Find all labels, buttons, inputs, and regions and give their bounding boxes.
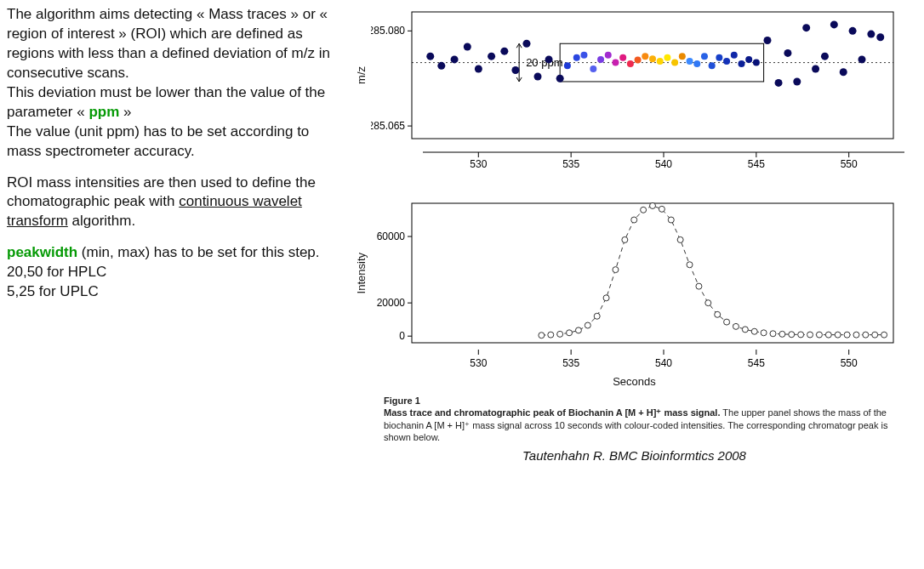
svg-point-87 [622,236,628,242]
svg-text:60000: 60000 [377,230,406,242]
svg-point-112 [853,332,859,338]
svg-point-51 [693,60,700,67]
svg-point-29 [840,68,847,76]
svg-point-42 [627,60,634,67]
svg-point-55 [723,58,730,65]
bottom-chart-xaxis: 530535540545550 [351,350,910,373]
description-panel: The algorithm aims detecting « Mass trac… [7,5,343,562]
svg-point-24 [793,77,801,85]
svg-point-79 [548,332,554,338]
text-cwt-b: algorithm. [68,213,135,229]
svg-point-45 [649,55,656,62]
svg-text:285.080: 285.080 [371,25,405,37]
svg-point-10 [437,62,445,70]
svg-point-25 [802,24,810,31]
svg-point-100 [742,327,748,333]
svg-point-93 [677,236,683,242]
xlabel: Seconds [351,375,917,388]
bottom-chart-wrap: Intensity 02000060000 [351,196,917,350]
svg-point-89 [641,207,647,213]
svg-text:20 ppm: 20 ppm [526,56,562,69]
svg-point-20 [556,75,564,83]
svg-point-58 [745,56,752,63]
svg-point-22 [775,79,783,87]
caption-title: Mass trace and chromatographic peak of B… [384,407,720,418]
svg-point-114 [872,332,878,338]
svg-point-82 [575,327,581,333]
text-close-quote: » [119,104,131,120]
top-chart-wrap: m/z 285.065285.08020 ppm [351,5,917,145]
svg-point-21 [763,37,771,44]
figure-panel: m/z 285.065285.08020 ppm 530535540545550… [343,5,917,562]
text-uplc: 5,25 for UPLC [7,283,99,299]
svg-point-23 [784,49,791,57]
svg-point-33 [876,33,884,41]
svg-point-9 [426,53,434,60]
svg-text:535: 535 [562,357,579,369]
svg-point-101 [751,328,757,334]
svg-point-111 [844,332,850,338]
svg-point-39 [605,52,612,59]
svg-point-12 [464,43,471,50]
text-peakwidth-desc: (min, max) has to be set for this step. [77,244,319,260]
svg-text:535: 535 [562,158,579,170]
svg-text:550: 550 [841,357,858,369]
svg-rect-71 [412,203,893,343]
svg-point-30 [849,27,857,35]
svg-point-48 [671,60,678,66]
svg-rect-0 [412,12,893,139]
svg-point-90 [650,202,656,208]
svg-text:530: 530 [470,158,487,170]
svg-point-46 [657,58,664,65]
svg-point-83 [585,322,590,328]
svg-point-108 [816,332,822,338]
svg-point-110 [835,332,841,338]
svg-text:550: 550 [841,158,858,170]
svg-point-52 [701,53,708,60]
svg-point-16 [511,66,519,74]
text-hplc: 20,50 for HPLC [7,264,106,280]
mass-trace-chart: 285.065285.08020 ppm [371,5,898,145]
svg-point-37 [590,65,596,72]
svg-point-105 [789,332,795,338]
svg-point-113 [863,332,869,338]
svg-point-57 [738,60,744,67]
intensity-chart: 02000060000 [371,196,898,350]
svg-text:545: 545 [748,158,765,170]
svg-point-41 [619,54,626,61]
svg-text:540: 540 [655,357,672,369]
svg-point-102 [761,330,767,336]
svg-point-94 [687,262,693,268]
text-ppm-note: The value (unit ppm) has to be set accor… [7,123,309,159]
caption-figure-num: Figure 1 [384,395,917,407]
svg-point-84 [594,313,600,319]
text-roi-desc: The algorithm aims detecting « Mass trac… [7,6,330,81]
citation: Tautenhahn R. BMC Bioinformtics 2008 [351,448,917,463]
svg-point-19 [545,55,553,63]
svg-point-106 [798,332,804,338]
svg-point-53 [709,62,716,69]
svg-point-97 [715,311,721,317]
svg-point-109 [825,332,831,338]
param-ppm: ppm [88,104,119,120]
svg-point-99 [733,323,739,329]
svg-point-49 [679,53,686,60]
svg-point-34 [564,62,571,69]
svg-point-44 [642,53,648,60]
svg-point-40 [612,60,619,66]
svg-point-78 [539,333,545,339]
svg-point-36 [580,52,587,59]
svg-point-85 [603,295,609,301]
param-peakwidth: peakwidth [7,244,77,260]
svg-point-80 [557,331,563,337]
ylabel-bottom: Intensity [351,253,371,293]
svg-text:530: 530 [470,357,487,369]
svg-point-17 [522,40,530,48]
svg-point-56 [731,52,738,59]
text-deviation: This deviation must be lower than the va… [7,84,325,120]
svg-point-88 [631,217,637,223]
svg-point-14 [488,53,495,60]
svg-point-28 [830,20,838,28]
svg-point-107 [807,332,813,338]
svg-point-43 [635,57,642,64]
